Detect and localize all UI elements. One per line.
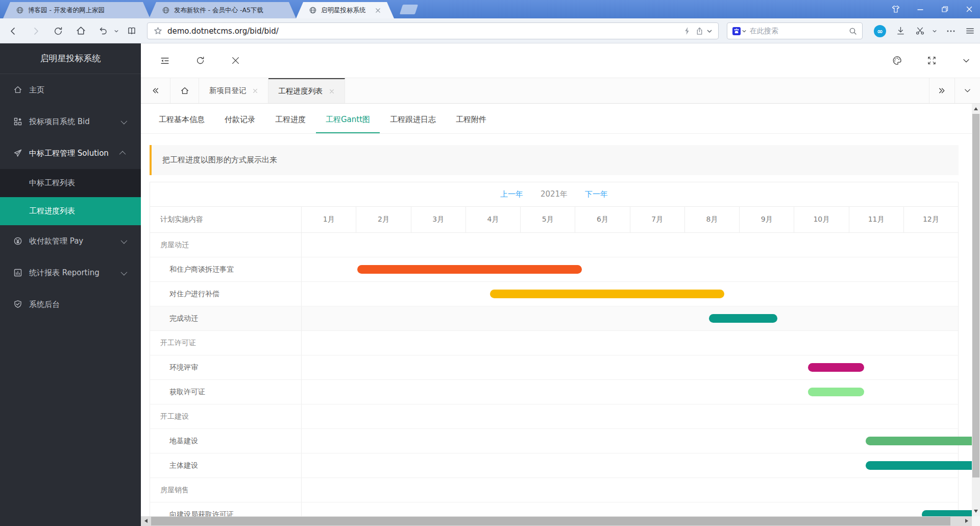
sidebar-item-reporting[interactable]: 统计报表 Reporting	[0, 257, 141, 289]
scroll-down-arrow-icon[interactable]	[974, 510, 978, 513]
browser-tab-1[interactable]: 博客园 - 开发者的网上家园	[3, 2, 150, 18]
sidebar-item-admin[interactable]: 系统后台	[0, 289, 141, 320]
gantt-bar[interactable]	[866, 461, 972, 470]
sidebar-item-pay[interactable]: 收付款管理 Pay	[0, 225, 141, 257]
workspace-tab-progress-list[interactable]: 工程进度列表	[268, 78, 345, 103]
sidebar-item-home[interactable]: 主页	[0, 74, 141, 106]
sidebar-item-label: 中标工程管理 Solution	[29, 149, 109, 158]
sidebar-item-label: 主页	[29, 85, 44, 95]
search-box[interactable]: 在此搜索	[727, 22, 863, 39]
back-icon[interactable]	[4, 22, 22, 40]
gantt-bar[interactable]	[808, 388, 864, 396]
gantt-task-row: 地基建设	[150, 429, 958, 453]
gantt-bar[interactable]	[922, 510, 972, 516]
refresh-page-icon[interactable]	[194, 55, 206, 66]
vertical-scrollbar-thumb[interactable]	[972, 114, 979, 477]
workspace-home-button[interactable]	[170, 78, 199, 103]
horizontal-scrollbar-thumb[interactable]	[151, 517, 950, 525]
gantt-task-row: 环境评审	[150, 355, 958, 380]
sidebar-item-bid-system[interactable]: 投标项目系统 Bid	[0, 106, 141, 137]
undo-history-icon[interactable]	[94, 22, 112, 40]
tab-close-icon[interactable]	[375, 8, 381, 13]
home-icon[interactable]	[71, 22, 90, 40]
gantt-bar[interactable]	[866, 437, 972, 445]
vertical-scrollbar[interactable]	[972, 104, 980, 516]
tab-follow-log[interactable]: 工程跟进日志	[390, 115, 436, 125]
url-text[interactable]: demo.dotnetcms.org/bid/bid/	[167, 27, 279, 36]
more-options-icon[interactable]	[946, 27, 955, 36]
scroll-up-arrow-icon[interactable]	[974, 107, 978, 110]
globe-icon	[309, 7, 316, 14]
infinity-badge-icon[interactable]: ∞	[874, 25, 886, 37]
month-header: 2月	[356, 207, 410, 232]
sidebar-item-solution[interactable]: 中标工程管理 Solution	[0, 137, 141, 169]
tab-payment-records[interactable]: 付款记录	[225, 115, 255, 125]
theme-shirt-icon[interactable]	[891, 5, 900, 14]
coin-icon	[13, 236, 22, 246]
minimize-icon[interactable]	[916, 5, 925, 14]
baidu-search-engine-icon[interactable]	[732, 27, 741, 35]
address-bar[interactable]: demo.dotnetcms.org/bid/bid/	[147, 22, 719, 39]
gantt-bar[interactable]	[808, 363, 864, 372]
scroll-tabs-left-button[interactable]	[141, 78, 170, 103]
undo-dropdown-caret-icon[interactable]	[114, 29, 118, 33]
theme-palette-icon[interactable]	[891, 55, 902, 66]
scissors-icon[interactable]	[915, 26, 925, 36]
refresh-icon[interactable]	[49, 22, 67, 40]
scroll-right-arrow-icon[interactable]	[965, 519, 968, 523]
gantt-bar[interactable]	[490, 290, 724, 298]
lightning-icon[interactable]	[683, 27, 690, 35]
month-header: 3月	[411, 207, 465, 232]
collapse-sidebar-icon[interactable]	[159, 55, 170, 66]
prev-year-link[interactable]: 上一年	[500, 189, 523, 199]
menu-hamburger-icon[interactable]	[965, 26, 975, 36]
tab-progress[interactable]: 工程进度	[275, 115, 306, 125]
gantt-table: 上一年 2021年 下一年 计划实施内容 1月 2月 3月 4月 5月 6月 7…	[150, 182, 959, 516]
next-year-link[interactable]: 下一年	[585, 189, 608, 199]
double-chevron-right-icon	[938, 86, 946, 95]
gantt-bar[interactable]	[357, 265, 582, 274]
tab-close-icon[interactable]	[253, 88, 258, 93]
sidebar-subitem-progress-list[interactable]: 工程进度列表	[0, 197, 141, 225]
new-tab-button[interactable]	[400, 5, 418, 14]
tab-attachments[interactable]: 工程附件	[456, 115, 486, 125]
year-navigation: 上一年 2021年 下一年	[150, 182, 958, 206]
close-window-icon[interactable]	[965, 5, 974, 14]
download-icon[interactable]	[896, 26, 905, 36]
horizontal-scrollbar[interactable]	[141, 516, 972, 526]
grid-icon	[13, 117, 22, 126]
window-controls	[891, 0, 974, 18]
close-tab-icon[interactable]	[230, 55, 241, 66]
search-placeholder[interactable]: 在此搜索	[750, 27, 845, 36]
gantt-row-label: 房屋动迁	[160, 241, 189, 250]
gantt-task-row: 获取许可证	[150, 380, 958, 404]
gantt-row-label: 开工许可证	[160, 339, 196, 348]
scroll-tabs-right-button[interactable]	[929, 78, 954, 103]
scroll-left-arrow-icon[interactable]	[144, 519, 148, 523]
browser-tab-2[interactable]: 发布新软件 - 会员中心 -A5下载	[149, 2, 296, 18]
bookmark-star-icon[interactable]	[154, 27, 162, 35]
gantt-row-label: 向建设局获取许可证	[169, 510, 234, 517]
restore-icon[interactable]	[940, 5, 949, 14]
forward-icon[interactable]	[27, 22, 45, 40]
tab-gantt[interactable]: 工程Gantt图	[326, 115, 370, 125]
browser-tab-3-active[interactable]: 启明星投标系统	[296, 2, 394, 18]
gantt-header-label: 计划实施内容	[150, 207, 302, 232]
tab-list-dropdown-button[interactable]	[954, 78, 980, 103]
search-icon[interactable]	[849, 27, 857, 35]
fullscreen-expand-icon[interactable]	[926, 55, 937, 66]
month-header: 6月	[575, 207, 629, 232]
scissors-caret-icon[interactable]	[933, 29, 937, 33]
gantt-row-label: 完成动迁	[169, 314, 198, 323]
tab-close-icon[interactable]	[329, 89, 334, 94]
chevron-down-icon[interactable]	[961, 55, 972, 66]
workspace-tab-new-project[interactable]: 新项目登记	[199, 78, 268, 103]
reading-mode-book-icon[interactable]	[122, 22, 141, 40]
tab-basic-info[interactable]: 工程基本信息	[159, 115, 205, 125]
search-engine-caret-icon[interactable]	[742, 29, 746, 33]
month-header: 8月	[684, 207, 739, 232]
gantt-bar[interactable]	[709, 314, 778, 323]
share-icon[interactable]	[695, 27, 704, 35]
sidebar-subitem-won-projects[interactable]: 中标工程列表	[0, 169, 141, 197]
address-dropdown-chevron-icon[interactable]	[707, 29, 712, 34]
